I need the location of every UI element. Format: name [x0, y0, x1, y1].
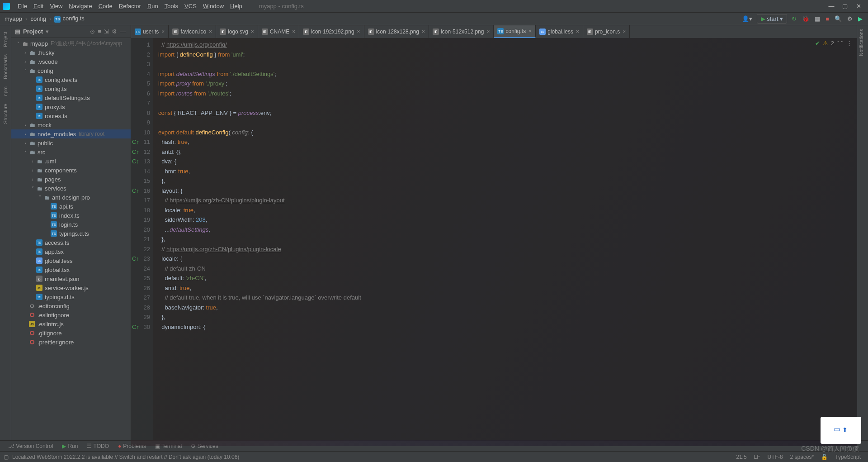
ime-badge[interactable]: 中 ⬆ [821, 417, 861, 444]
inspection-more-icon[interactable]: ⋮ [846, 40, 852, 47]
status-message[interactable]: Localized WebStorm 2022.2.2 is available… [9, 454, 243, 460]
hide-icon[interactable]: — [118, 28, 127, 35]
breadcrumb-item[interactable]: TSconfig.ts [52, 14, 86, 24]
run-button[interactable]: ↻ [789, 14, 799, 24]
tree-node[interactable]: TSapi.ts [11, 202, 131, 211]
tree-node[interactable]: TSglobal.tsx [11, 265, 131, 274]
toolwin-todo[interactable]: ☰ TODO [82, 443, 113, 449]
project-tree[interactable]: ˅myappF:\鱼皮\用户中心\code\myapp›.husky›.vsco… [11, 38, 131, 440]
tree-node[interactable]: .prettierignore [11, 338, 131, 347]
tree-node[interactable]: TSlogin.ts [11, 220, 131, 229]
editor-tab[interactable]: TSuser.ts× [131, 25, 169, 38]
line-gutter[interactable]: 12345678910C↑11C↑12C↑131415C↑16171819202… [131, 38, 153, 440]
close-button[interactable]: ✕ [852, 2, 865, 11]
toolwin-problems[interactable]: ● Problems [113, 443, 151, 449]
settings-icon[interactable]: ⚙ [110, 28, 118, 35]
tree-node[interactable]: TSdefaultSettings.ts [11, 93, 131, 102]
tree-node[interactable]: TStypings.d.ts [11, 292, 131, 301]
locate-icon[interactable]: ⊙ [89, 28, 96, 35]
tree-node[interactable]: TSconfig.ts [11, 84, 131, 93]
file-encoding[interactable]: UTF-8 [764, 454, 787, 460]
tree-node[interactable]: ˅ant-design-pro [11, 193, 131, 202]
editor-tab[interactable]: ◧icon-192x192.png× [299, 25, 364, 38]
inspection-ok-icon[interactable]: ✔ [815, 40, 820, 47]
debug-button[interactable]: 🐞 [799, 14, 812, 24]
toolwin-services[interactable]: ⚙ Services [186, 443, 222, 449]
line-separator[interactable]: LF [750, 454, 764, 460]
close-icon[interactable]: × [422, 29, 425, 35]
close-icon[interactable]: × [623, 29, 626, 35]
tree-node[interactable]: ›.husky [11, 48, 131, 57]
code-with-me-icon[interactable]: ▶ [855, 14, 865, 24]
tree-node[interactable]: TSconfig.dev.ts [11, 75, 131, 84]
editor-tab[interactable]: LSglobal.less× [536, 25, 583, 38]
tree-node[interactable]: TSindex.ts [11, 211, 131, 220]
menu-help[interactable]: Help [227, 1, 245, 11]
indent-setting[interactable]: 2 spaces* [787, 454, 818, 460]
close-icon[interactable]: × [576, 29, 579, 35]
minimize-button[interactable]: — [825, 2, 838, 11]
tree-node[interactable]: .eslintignore [11, 310, 131, 319]
menu-code[interactable]: Code [95, 1, 116, 11]
tree-node[interactable]: ˅services [11, 184, 131, 193]
run-config-select[interactable]: ▶ start ▾ [757, 14, 788, 24]
editor-tab[interactable]: ◧pro_icon.s× [583, 25, 630, 38]
search-icon[interactable]: 🔍 [832, 14, 844, 24]
lock-icon[interactable]: 🔓 [817, 454, 831, 460]
tree-node[interactable]: ›.umi [11, 157, 131, 166]
menu-run[interactable]: Run [144, 1, 161, 11]
tree-node[interactable]: TSapp.tsx [11, 247, 131, 256]
tree-node[interactable]: ›components [11, 166, 131, 175]
tree-node[interactable]: .editorconfig [11, 301, 131, 310]
menu-file[interactable]: File [14, 1, 30, 11]
settings-icon[interactable]: ⚙ [844, 14, 855, 24]
cursor-position[interactable]: 21:5 [732, 454, 750, 460]
editor-tab[interactable]: ◧CNAME× [258, 25, 299, 38]
editor-tab[interactable]: TSconfig.ts× [494, 25, 536, 38]
close-icon[interactable]: × [161, 29, 165, 35]
stop-button[interactable]: ■ [823, 14, 832, 24]
breadcrumb-item[interactable]: myapp [3, 14, 24, 23]
collapse-icon[interactable]: ⇲ [103, 28, 110, 35]
menu-tools[interactable]: Tools [161, 1, 181, 11]
tool-structure[interactable]: Structure [3, 100, 8, 128]
tree-node[interactable]: ›mock [11, 120, 131, 129]
tool-bookmarks[interactable]: Bookmarks [3, 51, 8, 83]
toolwin-version-control[interactable]: ⎇ Version Control [4, 443, 57, 449]
tree-node[interactable]: .gitignore [11, 329, 131, 338]
menu-edit[interactable]: Edit [30, 1, 47, 11]
tree-node[interactable]: TSaccess.ts [11, 238, 131, 247]
close-icon[interactable]: × [251, 29, 254, 35]
menu-refactor[interactable]: Refactor [116, 1, 144, 11]
close-icon[interactable]: × [209, 29, 212, 35]
editor-tab[interactable]: ◧icon-128x128.png× [364, 25, 429, 38]
coverage-button[interactable]: ▦ [812, 14, 823, 24]
toolwin-run[interactable]: ▶ Run [57, 443, 82, 449]
tree-node[interactable]: TStypings.d.ts [11, 229, 131, 238]
menu-window[interactable]: Window [200, 1, 227, 11]
editor-tab[interactable]: ◧logo.svg× [216, 25, 258, 38]
tree-node[interactable]: ›.vscode [11, 57, 131, 66]
tool-npm[interactable]: npm [3, 83, 8, 100]
menu-view[interactable]: View [47, 1, 66, 11]
user-icon[interactable]: 👤▾ [739, 14, 755, 24]
close-icon[interactable]: × [486, 29, 490, 35]
close-icon[interactable]: × [528, 28, 532, 34]
tree-node[interactable]: TSroutes.ts [11, 111, 131, 120]
tree-node[interactable]: {}manifest.json [11, 274, 131, 283]
menu-navigate[interactable]: Navigate [66, 1, 95, 11]
tree-node[interactable]: ›node_moduleslibrary root [11, 129, 131, 138]
breadcrumb-item[interactable]: config [28, 14, 48, 23]
tool-notifications[interactable]: Notifications [857, 25, 865, 60]
tree-node[interactable]: ˅src [11, 148, 131, 157]
menu-vcs[interactable]: VCS [181, 1, 200, 11]
close-icon[interactable]: × [357, 29, 360, 35]
tree-node[interactable]: ›public [11, 138, 131, 148]
toolwin-terminal[interactable]: ▣ Terminal [151, 443, 186, 449]
tree-node[interactable]: ˅config [11, 66, 131, 75]
close-icon[interactable]: × [292, 29, 295, 35]
inspection-warn-icon[interactable]: ⚠ [823, 40, 828, 47]
editor-tab[interactable]: ◧favicon.ico× [169, 25, 216, 38]
tree-node[interactable]: ›pages [11, 175, 131, 184]
code-content[interactable]: // https://umijs.org/config/import { def… [153, 38, 857, 440]
